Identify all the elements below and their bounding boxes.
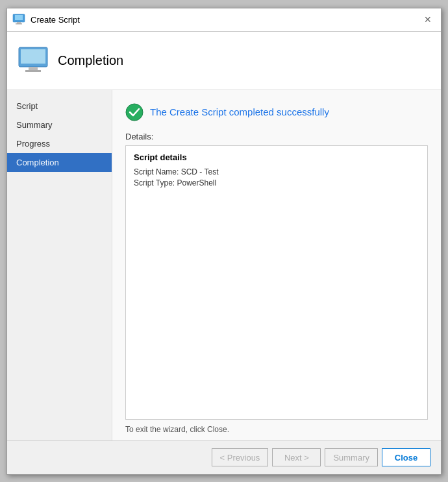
success-row: The Create Script completed successfully	[125, 103, 428, 121]
success-message: The Create Script completed successfully	[150, 106, 329, 117]
script-details-title: Script details	[134, 152, 419, 162]
header-title: Completion	[58, 53, 123, 68]
close-button[interactable]: Close	[382, 448, 430, 466]
footer: < Previous Next > Summary Close	[7, 440, 441, 474]
summary-button[interactable]: Summary	[325, 448, 378, 466]
details-box: Script details Script Name: SCD - Test S…	[125, 145, 428, 420]
title-bar: Create Script ✕	[7, 8, 441, 32]
sidebar: Script Summary Progress Completion	[7, 90, 112, 440]
main-panel: The Create Script completed successfully…	[112, 90, 441, 440]
script-name-line: Script Name: SCD - Test	[134, 167, 419, 176]
svg-rect-1	[15, 15, 23, 20]
sidebar-item-completion[interactable]: Completion	[7, 153, 112, 172]
next-button[interactable]: Next >	[272, 448, 321, 466]
sidebar-item-summary[interactable]: Summary	[7, 115, 112, 134]
window-icon	[12, 13, 25, 26]
svg-rect-6	[29, 67, 38, 70]
sidebar-item-script[interactable]: Script	[7, 97, 112, 115]
exit-note: To exit the wizard, click Close.	[125, 425, 428, 434]
svg-rect-2	[17, 22, 21, 23]
header-area: Completion	[7, 32, 441, 90]
svg-rect-7	[25, 70, 41, 72]
svg-point-8	[126, 104, 143, 121]
header-icon	[18, 45, 49, 76]
close-window-button[interactable]: ✕	[420, 12, 436, 27]
script-type-line: Script Type: PowerShell	[134, 178, 419, 187]
previous-button[interactable]: < Previous	[212, 448, 269, 466]
content-area: Script Summary Progress Completion The C…	[7, 90, 441, 440]
window-title: Create Script	[31, 15, 420, 25]
svg-rect-5	[21, 49, 45, 64]
details-label: Details:	[125, 132, 428, 141]
sidebar-item-progress[interactable]: Progress	[7, 134, 112, 153]
success-icon	[125, 103, 143, 121]
main-window: Create Script ✕ Completion Script Summar…	[6, 8, 442, 475]
svg-rect-3	[16, 23, 22, 25]
